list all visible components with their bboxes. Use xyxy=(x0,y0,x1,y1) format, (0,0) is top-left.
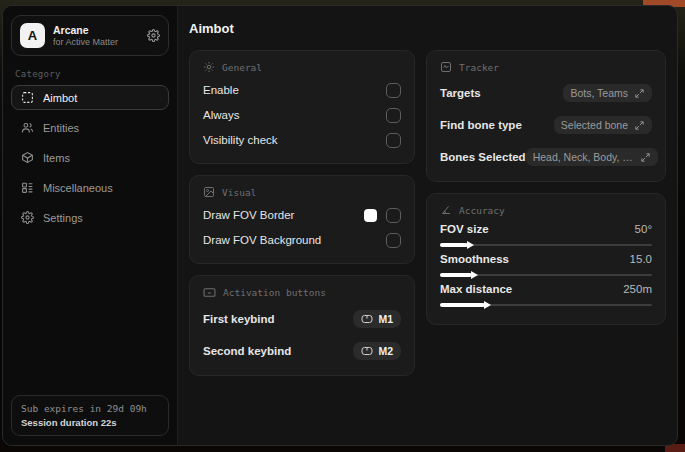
slider-thumb[interactable] xyxy=(471,271,478,279)
setting-row-first-keybind: First keybind M1 xyxy=(203,307,401,331)
sidebar-item-label: Miscellaneous xyxy=(43,182,113,194)
dropdown-value: Bots, Teams xyxy=(570,87,628,99)
setting-row-targets: Targets Bots, Teams xyxy=(440,81,652,105)
enable-checkbox[interactable] xyxy=(386,83,401,98)
bones-selected-dropdown[interactable]: Head, Neck, Body, Pe… xyxy=(526,148,658,166)
sidebar-nav: Aimbot Entities Items xyxy=(11,85,169,230)
setting-row-enable: Enable xyxy=(203,79,401,101)
game-background: A Arcane for Active Matter Category Aimb… xyxy=(0,0,685,452)
activation-buttons-card: Activation buttons First keybind M1 xyxy=(189,275,415,376)
accuracy-card: Accuracy FOV size 50° xyxy=(426,193,666,325)
setting-row-find-bone-type: Find bone type Selected bone xyxy=(440,113,652,137)
brand-subtitle: for Active Matter xyxy=(53,37,118,47)
setting-label: Draw FOV Background xyxy=(203,234,386,246)
box-icon xyxy=(21,151,34,164)
keybind-value: M2 xyxy=(378,345,393,357)
slider-value: 15.0 xyxy=(630,253,652,265)
cheat-menu-window: A Arcane for Active Matter Category Aimb… xyxy=(2,5,678,446)
slider-fill xyxy=(440,273,472,277)
smoothness-slider-group: Smoothness 15.0 xyxy=(440,253,652,276)
slider-fill xyxy=(440,303,485,307)
second-keybind-button[interactable]: M2 xyxy=(353,342,401,360)
keyboard-icon xyxy=(203,286,216,299)
scan-icon xyxy=(21,91,34,104)
visual-card: Visual Draw FOV Border Draw FOV Backgrou… xyxy=(189,175,415,264)
setting-row-fov-background: Draw FOV Background xyxy=(203,229,401,251)
main-content: Aimbot General Enable xyxy=(178,6,677,445)
setting-label: Targets xyxy=(440,87,563,99)
max-distance-slider[interactable] xyxy=(440,304,652,306)
slider-value: 50° xyxy=(635,223,652,235)
angle-icon xyxy=(440,204,452,216)
card-header: General xyxy=(222,62,262,73)
sliders-icon xyxy=(203,61,215,73)
sidebar-item-aimbot[interactable]: Aimbot xyxy=(11,85,169,110)
sidebar-item-label: Entities xyxy=(43,122,79,134)
setting-row-visibility-check: Visibility check xyxy=(203,129,401,151)
expand-icon xyxy=(634,88,645,99)
setting-label: First keybind xyxy=(203,313,353,325)
setting-label: Find bone type xyxy=(440,119,554,131)
tracker-card: Tracker Targets Bots, Teams xyxy=(426,50,666,182)
dropdown-value: Selected bone xyxy=(561,119,628,131)
find-bone-type-dropdown[interactable]: Selected bone xyxy=(554,116,652,134)
sidebar: A Arcane for Active Matter Category Aimb… xyxy=(3,6,178,445)
category-label: Category xyxy=(15,69,165,79)
card-header: Accuracy xyxy=(459,205,505,216)
layout-list-icon xyxy=(21,181,34,194)
expand-icon xyxy=(640,152,651,163)
slider-label: Smoothness xyxy=(440,253,630,265)
setting-label: Enable xyxy=(203,84,386,96)
image-icon xyxy=(203,186,215,198)
slider-fill xyxy=(440,243,468,247)
setting-label: Always xyxy=(203,109,386,121)
sidebar-item-entities[interactable]: Entities xyxy=(11,115,169,140)
setting-label: Bones Selected xyxy=(440,151,526,163)
sidebar-item-settings[interactable]: Settings xyxy=(11,205,169,230)
sidebar-item-label: Settings xyxy=(43,212,83,224)
mouse-icon xyxy=(361,346,373,356)
visibility-check-checkbox[interactable] xyxy=(386,133,401,148)
setting-row-always: Always xyxy=(203,104,401,126)
slider-label: FOV size xyxy=(440,223,635,235)
sidebar-item-label: Items xyxy=(43,152,70,164)
sidebar-item-items[interactable]: Items xyxy=(11,145,169,170)
mouse-icon xyxy=(361,314,373,324)
first-keybind-button[interactable]: M1 xyxy=(353,310,401,328)
fov-background-checkbox[interactable] xyxy=(386,233,401,248)
gear-icon xyxy=(21,211,34,224)
expand-icon xyxy=(634,120,645,131)
slider-label: Max distance xyxy=(440,283,623,295)
card-header: Activation buttons xyxy=(223,287,326,298)
slider-thumb[interactable] xyxy=(484,301,491,309)
sub-expires-text: Sub expires in 29d 09h xyxy=(21,403,159,414)
always-checkbox[interactable] xyxy=(386,108,401,123)
general-card: General Enable Always Visibility check xyxy=(189,50,415,164)
card-header: Tracker xyxy=(459,62,499,73)
fov-border-color-swatch[interactable] xyxy=(364,209,377,222)
subscription-info-box: Sub expires in 29d 09h Session duration … xyxy=(11,395,169,436)
fov-size-slider[interactable] xyxy=(440,244,652,246)
setting-row-fov-border: Draw FOV Border xyxy=(203,204,401,226)
targets-dropdown[interactable]: Bots, Teams xyxy=(563,84,652,102)
slider-thumb[interactable] xyxy=(467,241,474,249)
fov-size-slider-group: FOV size 50° xyxy=(440,223,652,246)
max-distance-slider-group: Max distance 250m xyxy=(440,283,652,306)
setting-row-bones-selected: Bones Selected Head, Neck, Body, Pe… xyxy=(440,145,652,169)
card-header: Visual xyxy=(222,187,256,198)
slider-value: 250m xyxy=(623,283,652,295)
sidebar-item-miscellaneous[interactable]: Miscellaneous xyxy=(11,175,169,200)
smoothness-slider[interactable] xyxy=(440,274,652,276)
setting-label: Draw FOV Border xyxy=(203,209,364,221)
session-duration-text: Session duration 22s xyxy=(21,417,159,428)
page-title: Aimbot xyxy=(189,21,666,36)
sidebar-item-label: Aimbot xyxy=(43,92,77,104)
setting-label: Visibility check xyxy=(203,134,386,146)
fov-border-checkbox[interactable] xyxy=(386,208,401,223)
settings-gear-icon[interactable] xyxy=(147,29,160,42)
brand-title: Arcane xyxy=(53,24,118,36)
setting-label: Second keybind xyxy=(203,345,353,357)
keybind-value: M1 xyxy=(378,313,393,325)
radar-icon xyxy=(440,61,452,73)
brand-logo: A xyxy=(20,23,45,48)
